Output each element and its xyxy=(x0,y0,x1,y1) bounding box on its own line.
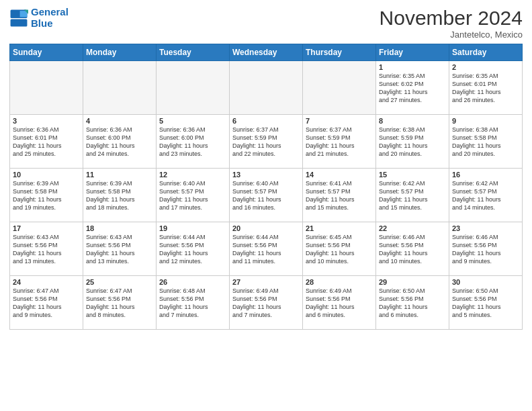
day-info: Sunrise: 6:39 AMSunset: 5:58 PMDaylight:… xyxy=(13,179,80,212)
day-cell: 5Sunrise: 6:36 AMSunset: 6:00 PMDaylight… xyxy=(157,115,230,169)
day-number: 27 xyxy=(232,278,300,286)
day-info: Sunrise: 6:36 AMSunset: 6:00 PMDaylight:… xyxy=(159,126,226,158)
week-row-3: 10Sunrise: 6:39 AMSunset: 5:58 PMDayligh… xyxy=(10,169,523,222)
day-number: 29 xyxy=(379,278,446,286)
day-cell: 19Sunrise: 6:44 AMSunset: 5:56 PMDayligh… xyxy=(157,222,230,276)
col-header-wednesday: Wednesday xyxy=(230,44,303,61)
col-header-sunday: Sunday xyxy=(10,44,83,61)
title-block: November 2024 Jantetelco, Mexico xyxy=(380,7,523,40)
day-number: 7 xyxy=(306,117,373,125)
header-row: SundayMondayTuesdayWednesdayThursdayFrid… xyxy=(10,44,523,61)
day-number: 3 xyxy=(13,117,80,125)
day-cell: 10Sunrise: 6:39 AMSunset: 5:58 PMDayligh… xyxy=(10,169,83,222)
page: General Blue November 2024 Jantetelco, M… xyxy=(0,0,532,336)
logo: General Blue xyxy=(9,7,69,29)
day-info: Sunrise: 6:36 AMSunset: 6:01 PMDaylight:… xyxy=(13,126,80,158)
day-info: Sunrise: 6:36 AMSunset: 6:00 PMDaylight:… xyxy=(86,126,153,158)
day-cell: 24Sunrise: 6:47 AMSunset: 5:56 PMDayligh… xyxy=(10,276,83,330)
day-info: Sunrise: 6:35 AMSunset: 6:01 PMDaylight:… xyxy=(452,72,519,105)
day-cell: 9Sunrise: 6:38 AMSunset: 5:58 PMDaylight… xyxy=(449,115,523,169)
day-number: 2 xyxy=(452,63,519,71)
day-cell: 22Sunrise: 6:46 AMSunset: 5:56 PMDayligh… xyxy=(376,222,449,276)
day-number: 8 xyxy=(379,117,446,125)
day-number: 4 xyxy=(86,117,153,125)
day-number: 10 xyxy=(13,171,80,179)
day-cell: 20Sunrise: 6:44 AMSunset: 5:56 PMDayligh… xyxy=(230,222,303,276)
day-info: Sunrise: 6:38 AMSunset: 5:58 PMDaylight:… xyxy=(452,126,519,158)
logo-icon xyxy=(9,9,28,28)
day-cell xyxy=(83,61,157,115)
day-number: 18 xyxy=(86,224,153,232)
day-cell: 27Sunrise: 6:49 AMSunset: 5:56 PMDayligh… xyxy=(230,276,303,330)
day-number: 9 xyxy=(452,117,519,125)
day-number: 5 xyxy=(159,117,226,125)
day-cell: 30Sunrise: 6:50 AMSunset: 5:56 PMDayligh… xyxy=(449,276,523,330)
day-cell: 15Sunrise: 6:42 AMSunset: 5:57 PMDayligh… xyxy=(376,169,449,222)
day-number: 28 xyxy=(306,278,373,286)
day-info: Sunrise: 6:42 AMSunset: 5:57 PMDaylight:… xyxy=(452,179,519,212)
day-cell: 14Sunrise: 6:41 AMSunset: 5:57 PMDayligh… xyxy=(303,169,376,222)
day-info: Sunrise: 6:42 AMSunset: 5:57 PMDaylight:… xyxy=(379,179,446,212)
col-header-saturday: Saturday xyxy=(449,44,523,61)
day-cell: 7Sunrise: 6:37 AMSunset: 5:59 PMDaylight… xyxy=(303,115,376,169)
day-cell: 28Sunrise: 6:49 AMSunset: 5:56 PMDayligh… xyxy=(303,276,376,330)
day-info: Sunrise: 6:49 AMSunset: 5:56 PMDaylight:… xyxy=(232,287,300,320)
day-info: Sunrise: 6:38 AMSunset: 5:59 PMDaylight:… xyxy=(379,126,446,158)
day-cell: 18Sunrise: 6:43 AMSunset: 5:56 PMDayligh… xyxy=(83,222,157,276)
calendar-table: SundayMondayTuesdayWednesdayThursdayFrid… xyxy=(9,44,523,330)
day-number: 14 xyxy=(306,171,373,179)
week-row-5: 24Sunrise: 6:47 AMSunset: 5:56 PMDayligh… xyxy=(10,276,523,330)
day-cell: 11Sunrise: 6:39 AMSunset: 5:58 PMDayligh… xyxy=(83,169,157,222)
day-cell: 17Sunrise: 6:43 AMSunset: 5:56 PMDayligh… xyxy=(10,222,83,276)
day-info: Sunrise: 6:39 AMSunset: 5:58 PMDaylight:… xyxy=(86,179,153,212)
day-info: Sunrise: 6:44 AMSunset: 5:56 PMDaylight:… xyxy=(232,233,300,266)
day-cell: 3Sunrise: 6:36 AMSunset: 6:01 PMDaylight… xyxy=(10,115,83,169)
day-cell xyxy=(303,61,376,115)
week-row-2: 3Sunrise: 6:36 AMSunset: 6:01 PMDaylight… xyxy=(10,115,523,169)
day-cell: 8Sunrise: 6:38 AMSunset: 5:59 PMDaylight… xyxy=(376,115,449,169)
day-info: Sunrise: 6:44 AMSunset: 5:56 PMDaylight:… xyxy=(159,233,226,266)
day-cell xyxy=(157,61,230,115)
day-cell: 2Sunrise: 6:35 AMSunset: 6:01 PMDaylight… xyxy=(449,61,523,115)
day-info: Sunrise: 6:41 AMSunset: 5:57 PMDaylight:… xyxy=(306,179,373,212)
day-info: Sunrise: 6:49 AMSunset: 5:56 PMDaylight:… xyxy=(306,287,373,320)
day-cell: 12Sunrise: 6:40 AMSunset: 5:57 PMDayligh… xyxy=(157,169,230,222)
day-number: 16 xyxy=(452,171,519,179)
header: General Blue November 2024 Jantetelco, M… xyxy=(9,7,523,40)
day-number: 25 xyxy=(86,278,153,286)
day-cell: 16Sunrise: 6:42 AMSunset: 5:57 PMDayligh… xyxy=(449,169,523,222)
day-cell: 23Sunrise: 6:46 AMSunset: 5:56 PMDayligh… xyxy=(449,222,523,276)
day-number: 15 xyxy=(379,171,446,179)
col-header-monday: Monday xyxy=(83,44,157,61)
day-cell: 13Sunrise: 6:40 AMSunset: 5:57 PMDayligh… xyxy=(230,169,303,222)
day-info: Sunrise: 6:40 AMSunset: 5:57 PMDaylight:… xyxy=(159,179,226,212)
day-number: 30 xyxy=(452,278,519,286)
day-info: Sunrise: 6:43 AMSunset: 5:56 PMDaylight:… xyxy=(86,233,153,266)
month-title: November 2024 xyxy=(380,7,523,30)
day-info: Sunrise: 6:46 AMSunset: 5:56 PMDaylight:… xyxy=(452,233,519,266)
week-row-1: 1Sunrise: 6:35 AMSunset: 6:02 PMDaylight… xyxy=(10,61,523,115)
day-cell: 4Sunrise: 6:36 AMSunset: 6:00 PMDaylight… xyxy=(83,115,157,169)
day-info: Sunrise: 6:35 AMSunset: 6:02 PMDaylight:… xyxy=(379,72,446,105)
day-info: Sunrise: 6:47 AMSunset: 5:56 PMDaylight:… xyxy=(86,287,153,320)
day-number: 1 xyxy=(379,63,446,71)
day-cell: 29Sunrise: 6:50 AMSunset: 5:56 PMDayligh… xyxy=(376,276,449,330)
day-number: 23 xyxy=(452,224,519,232)
day-number: 17 xyxy=(13,224,80,232)
day-cell: 25Sunrise: 6:47 AMSunset: 5:56 PMDayligh… xyxy=(83,276,157,330)
day-info: Sunrise: 6:47 AMSunset: 5:56 PMDaylight:… xyxy=(13,287,80,320)
day-info: Sunrise: 6:43 AMSunset: 5:56 PMDaylight:… xyxy=(13,233,80,266)
day-info: Sunrise: 6:50 AMSunset: 5:56 PMDaylight:… xyxy=(379,287,446,320)
day-number: 22 xyxy=(379,224,446,232)
day-info: Sunrise: 6:48 AMSunset: 5:56 PMDaylight:… xyxy=(159,287,226,320)
day-cell: 6Sunrise: 6:37 AMSunset: 5:59 PMDaylight… xyxy=(230,115,303,169)
day-cell: 1Sunrise: 6:35 AMSunset: 6:02 PMDaylight… xyxy=(376,61,449,115)
logo-line2: Blue xyxy=(31,17,53,29)
location: Jantetelco, Mexico xyxy=(380,30,523,40)
day-number: 12 xyxy=(159,171,226,179)
day-number: 6 xyxy=(232,117,300,125)
logo-text: General Blue xyxy=(31,7,69,29)
day-info: Sunrise: 6:50 AMSunset: 5:56 PMDaylight:… xyxy=(452,287,519,320)
svg-rect-2 xyxy=(11,19,28,26)
day-cell: 26Sunrise: 6:48 AMSunset: 5:56 PMDayligh… xyxy=(157,276,230,330)
